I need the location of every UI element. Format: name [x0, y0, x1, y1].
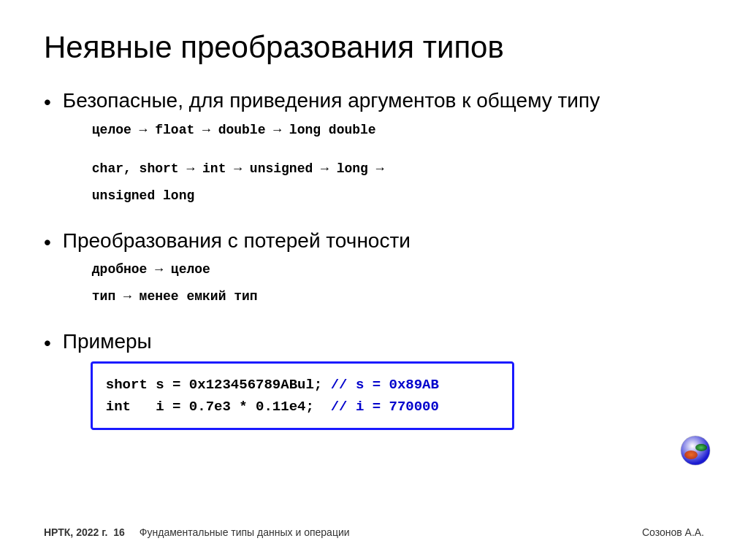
type-conversion-line-3: unsigned long — [92, 186, 600, 206]
type-conversion-line-2: char, short → int → unsigned → long → — [92, 159, 600, 179]
footer-author: Созонов А.А. — [642, 526, 704, 538]
footer-subject: Фундаментальные типы данных и операции — [140, 526, 350, 538]
loss-line-2: тип → менее емкий тип — [92, 287, 411, 307]
bullet-2-content: Преобразования с потерей точности дробно… — [63, 228, 411, 314]
footer-org-page: НРТК, 2022 г. 16 — [44, 526, 125, 538]
bullet-item-1: • Безопасные, для приведения аргументов … — [44, 88, 704, 212]
bullet-dot-2: • — [44, 229, 51, 256]
loss-line-1: дробное → целое — [92, 260, 411, 280]
example-line-2: int i = 0.7e3 * 0.11e4; // i = 770000 — [106, 396, 499, 418]
example-code-2: int i = 0.7e3 * 0.11e4; — [106, 399, 331, 415]
example-comment-2: // i = 770000 — [331, 399, 439, 415]
bullet-3-content: Примеры short s = 0x123456789ABul; // s … — [63, 329, 704, 430]
example-box: short s = 0x123456789ABul; // s = 0x89AB… — [91, 361, 514, 431]
example-comment-1: // s = 0x89AB — [331, 377, 439, 393]
logo-icon — [679, 434, 711, 467]
bullet-item-2: • Преобразования с потерей точности дроб… — [44, 228, 704, 314]
bullet-1-content: Безопасные, для приведения аргументов к … — [63, 88, 600, 212]
example-wrapper: short s = 0x123456789ABul; // s = 0x89AB… — [63, 356, 704, 431]
slide-content: • Безопасные, для приведения аргументов … — [44, 88, 704, 521]
svg-point-2 — [695, 444, 707, 451]
bullet-1-label: Безопасные, для приведения аргументов к … — [63, 89, 600, 112]
footer-left: НРТК, 2022 г. 16 Фундаментальные типы да… — [44, 526, 350, 538]
bullet-1-subcontent: целое → float → double → long double cha… — [92, 120, 600, 206]
bullet-dot-1: • — [44, 89, 51, 115]
example-code-1: short s = 0x123456789ABul; — [106, 377, 331, 393]
slide-title: Неявные преобразования типов — [44, 29, 704, 66]
type-conversion-line-1: целое → float → double → long double — [92, 120, 600, 140]
bullet-2-label: Преобразования с потерей точности — [63, 229, 411, 252]
example-line-1: short s = 0x123456789ABul; // s = 0x89AB — [106, 374, 499, 396]
slide: Неявные преобразования типов • Безопасны… — [0, 0, 748, 560]
bullet-item-3: • Примеры short s = 0x123456789ABul; // … — [44, 329, 704, 430]
bullet-3-label: Примеры — [63, 330, 152, 353]
bullet-dot-3: • — [44, 330, 51, 356]
slide-footer: НРТК, 2022 г. 16 Фундаментальные типы да… — [44, 521, 704, 538]
bullet-2-subcontent: дробное → целое тип → менее емкий тип — [92, 260, 411, 307]
svg-point-1 — [684, 450, 698, 459]
